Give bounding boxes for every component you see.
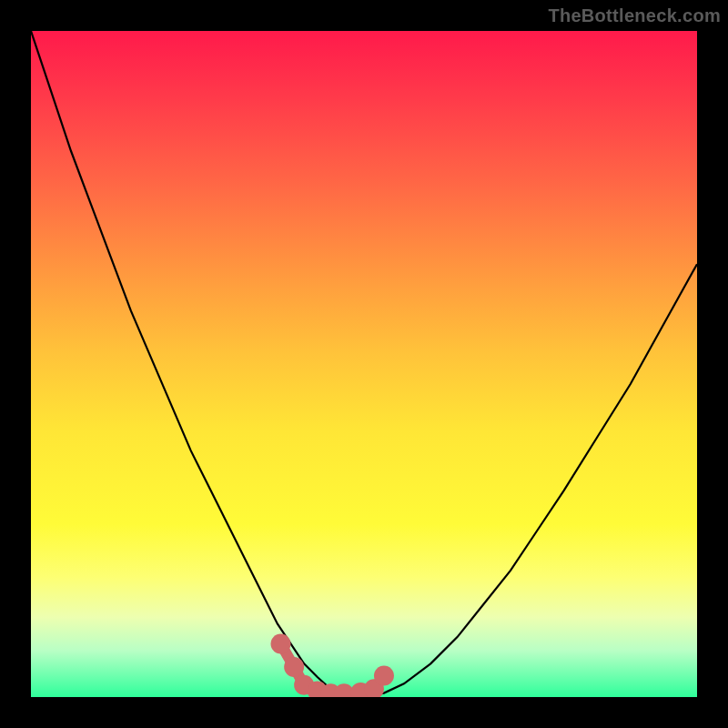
bottleneck-curve-line	[31, 31, 697, 696]
sweet-spot-marker	[284, 657, 304, 677]
sweet-spot-marker	[374, 666, 394, 686]
sweet-spot-markers	[271, 633, 394, 697]
chart-frame: TheBottleneck.com	[0, 0, 728, 728]
sweet-spot-marker	[271, 633, 291, 653]
chart-watermark: TheBottleneck.com	[548, 5, 721, 26]
chart-overlay-svg	[31, 31, 697, 697]
chart-plot-area	[31, 31, 697, 697]
